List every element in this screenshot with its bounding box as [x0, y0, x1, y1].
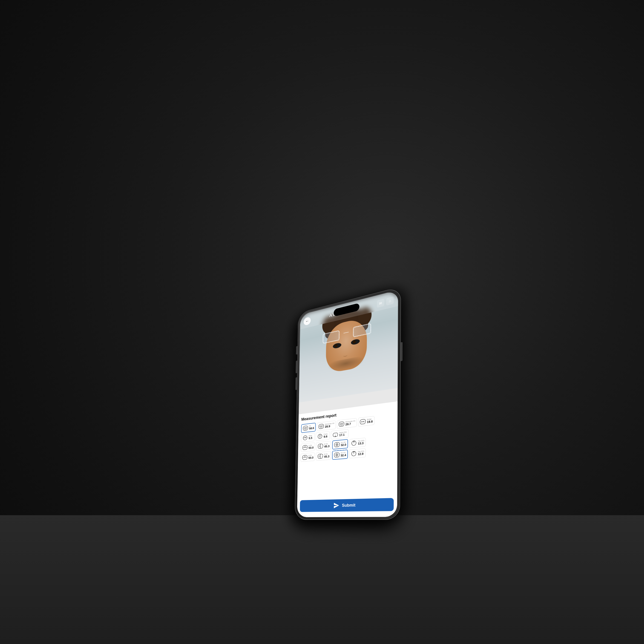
measurement-panel: Measurement report: [297, 401, 397, 517]
b-os-value: 45.3: [324, 455, 329, 458]
a-od-value: 50.0: [308, 446, 313, 449]
beard: [328, 356, 365, 373]
bridge-card[interactable]: Bridge 19.8: [358, 416, 374, 427]
svg-rect-9: [339, 422, 344, 427]
vertex-value: 17.1: [339, 433, 347, 437]
a-od-icon: [302, 444, 308, 451]
submit-button[interactable]: Submit: [300, 498, 394, 512]
oc-od-card[interactable]: OC OD 32.0: [332, 439, 348, 449]
bridge-face-icon: [360, 418, 366, 425]
mono-os-card[interactable]: Monocular OS 29.7: [337, 418, 357, 429]
vertex-card[interactable]: Vertex Dist. 17.1: [331, 429, 349, 440]
top-os-icon: [351, 450, 357, 457]
top-od-text: Top (OD) 13.3: [358, 440, 364, 445]
pd-card[interactable]: PD 58.6: [301, 423, 316, 433]
back-button[interactable]: ←: [304, 316, 311, 326]
oc-od-text: OC OD 32.0: [341, 441, 346, 447]
phone-wrapper: ← AVOLUX No.4 ✉ ⌂: [295, 286, 401, 520]
mute-button[interactable]: [296, 346, 297, 354]
volume-up-button[interactable]: [296, 361, 297, 374]
screen-content: ← AVOLUX No.4 ✉ ⌂: [297, 290, 398, 517]
pd-value: 58.6: [309, 426, 314, 430]
phone-body: ← AVOLUX No.4 ✉ ⌂: [295, 286, 401, 520]
svg-point-7: [320, 425, 321, 427]
pd-text: PD 58.6: [309, 425, 314, 430]
message-icon: ✉: [379, 301, 382, 306]
svg-point-27: [304, 446, 305, 447]
svg-line-24: [303, 447, 307, 448]
send-icon: [333, 502, 339, 509]
send-arrow-icon: [333, 502, 339, 509]
power-button[interactable]: [401, 342, 403, 361]
mono-od-value: 28.9: [325, 424, 334, 428]
b-os-text: B OS 45.3: [324, 453, 329, 458]
message-button[interactable]: ✉: [377, 299, 384, 308]
home-button[interactable]: ⌂: [386, 296, 394, 305]
svg-point-22: [335, 436, 336, 437]
volume-down-button[interactable]: [295, 377, 297, 390]
glasses-bridge: [344, 332, 349, 335]
a-os-card[interactable]: A OS 50.0: [301, 452, 315, 462]
a-od-card[interactable]: A OD 50.0: [301, 443, 315, 452]
nose: [343, 350, 349, 357]
b-os-card[interactable]: B OS 45.3: [316, 451, 331, 461]
b-od-text: B OD 45.3: [324, 443, 330, 448]
svg-line-40: [353, 441, 355, 441]
top-od-icon: [351, 440, 357, 447]
a-os-icon: [302, 454, 308, 461]
b-od-value: 45.3: [324, 445, 330, 448]
left-eye: [333, 342, 341, 349]
svg-point-3: [304, 427, 305, 429]
svg-rect-2: [303, 426, 308, 431]
mono-os-icon: [339, 421, 345, 428]
top-od-value: 13.3: [358, 441, 364, 445]
screen-bezel: ← AVOLUX No.4 ✉ ⌂: [297, 290, 398, 517]
oc-os-card[interactable]: OC OS 32.4: [332, 450, 348, 460]
svg-rect-1: [354, 324, 371, 337]
oc-os-icon: [334, 451, 340, 458]
pd-face-icon: [303, 425, 308, 431]
vertex-icon: [332, 431, 338, 438]
panto-card[interactable]: Panto. 9.6: [316, 431, 330, 441]
mono-od-icon: [318, 423, 324, 430]
svg-point-35: [336, 444, 337, 445]
panto-icon: [317, 433, 323, 440]
wrap-card[interactable]: Wrap 5.5: [301, 433, 315, 443]
a-os-value: 50.0: [308, 456, 313, 460]
oc-os-value: 32.4: [341, 454, 346, 457]
mono-os-value: 29.7: [345, 422, 355, 426]
top-os-card[interactable]: Top (OS) 12.9: [349, 448, 366, 458]
header-icons: ✉ ⌂: [377, 296, 394, 308]
b-od-card[interactable]: B OD 45.3: [316, 441, 331, 451]
mono-od-text: Monocular OD 28.9: [325, 423, 334, 428]
top-os-text: Top (OS) 12.9: [358, 450, 364, 456]
svg-point-8: [321, 425, 322, 427]
a-od-text: A OD 50.0: [308, 444, 313, 450]
glasses-right-lens: [353, 323, 371, 337]
svg-point-10: [340, 423, 341, 425]
mono-od-card[interactable]: Monocular OD 28.9: [317, 420, 336, 431]
submit-label: Submit: [342, 503, 356, 508]
oc-od-value: 32.0: [341, 443, 346, 447]
top-od-card[interactable]: Top (OD) 13.3: [349, 438, 366, 448]
home-icon: ⌂: [389, 299, 391, 303]
back-icon: ←: [305, 319, 309, 324]
table-surface: [0, 515, 644, 644]
mono-os-text: Monocular OS 29.7: [345, 420, 355, 426]
oc-od-icon: [334, 441, 340, 448]
bridge-text: Bridge 19.8: [367, 418, 373, 424]
svg-marker-59: [334, 503, 339, 508]
svg-point-4: [306, 427, 307, 428]
svg-point-17: [305, 437, 305, 438]
oc-os-text: OC OS 32.4: [341, 452, 346, 457]
b-od-icon: [318, 443, 323, 449]
right-eye: [351, 339, 359, 345]
svg-point-45: [304, 456, 305, 457]
svg-point-11: [342, 423, 343, 424]
svg-point-50: [319, 456, 320, 457]
measurements-grid: PD 58.6: [301, 413, 394, 462]
svg-rect-0: [323, 331, 340, 344]
top-os-value: 12.9: [358, 452, 364, 456]
panto-value: 9.6: [324, 435, 328, 439]
left-lens-dots: [323, 331, 340, 344]
